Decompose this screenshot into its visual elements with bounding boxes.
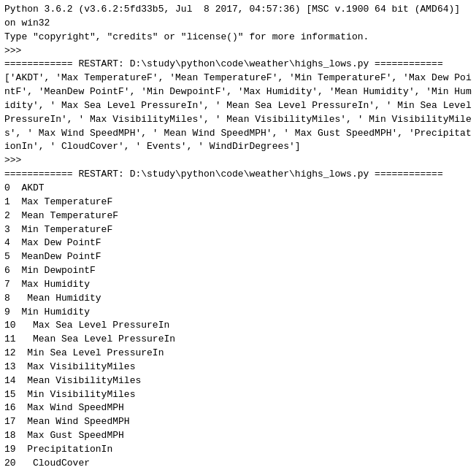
terminal-line: 18 Max Gust SpeedMPH bbox=[4, 429, 472, 443]
terminal-line: 4 Max Dew PointF bbox=[4, 236, 472, 250]
terminal-line: >>> bbox=[4, 154, 472, 168]
terminal-line: Python 3.6.2 (v3.6.2:5fd33b5, Jul 8 2017… bbox=[4, 3, 472, 17]
terminal-line: 15 Min VisibilityMiles bbox=[4, 388, 472, 402]
terminal-line: 17 Mean Wind SpeedMPH bbox=[4, 415, 472, 429]
terminal-line: 3 Min TemperatureF bbox=[4, 223, 472, 237]
terminal-line: 1 Max TemperatureF bbox=[4, 196, 472, 209]
terminal-line: 19 PrecipitationIn bbox=[4, 443, 472, 457]
terminal-line: 9 Min Humidity bbox=[4, 306, 472, 320]
terminal-line: 6 Min DewpointF bbox=[4, 264, 472, 278]
terminal-line: 11 Mean Sea Level PressureIn bbox=[4, 333, 472, 347]
terminal-line: >>> bbox=[4, 45, 472, 58]
terminal-line: 13 Max VisibilityMiles bbox=[4, 361, 472, 374]
terminal-line: 7 Max Humidity bbox=[4, 278, 472, 292]
terminal-line: 14 Mean VisibilityMiles bbox=[4, 374, 472, 388]
terminal-line: Type "copyright", "credits" or "license(… bbox=[4, 31, 472, 45]
terminal-line: 20 CloudCover bbox=[4, 457, 472, 470]
terminal-line: 16 Max Wind SpeedMPH bbox=[4, 401, 472, 415]
terminal-line: 8 Mean Humidity bbox=[4, 292, 472, 306]
terminal-line: 10 Max Sea Level PressureIn bbox=[4, 319, 472, 333]
terminal-line: ============ RESTART: D:\study\python\co… bbox=[4, 168, 472, 182]
terminal-line: on win32 bbox=[4, 17, 472, 31]
terminal-line: 0 AKDT bbox=[4, 182, 472, 196]
terminal-line: ============ RESTART: D:\study\python\co… bbox=[4, 58, 472, 72]
output-container: Python 3.6.2 (v3.6.2:5fd33b5, Jul 8 2017… bbox=[4, 3, 472, 470]
terminal-line: ['AKDT', 'Max TemperatureF', 'Mean Tempe… bbox=[4, 72, 472, 154]
terminal-line: 12 Min Sea Level PressureIn bbox=[4, 347, 472, 361]
terminal-window: Python 3.6.2 (v3.6.2:5fd33b5, Jul 8 2017… bbox=[0, 0, 476, 470]
terminal-line: 2 Mean TemperatureF bbox=[4, 209, 472, 223]
terminal-line: 5 MeanDew PointF bbox=[4, 250, 472, 264]
